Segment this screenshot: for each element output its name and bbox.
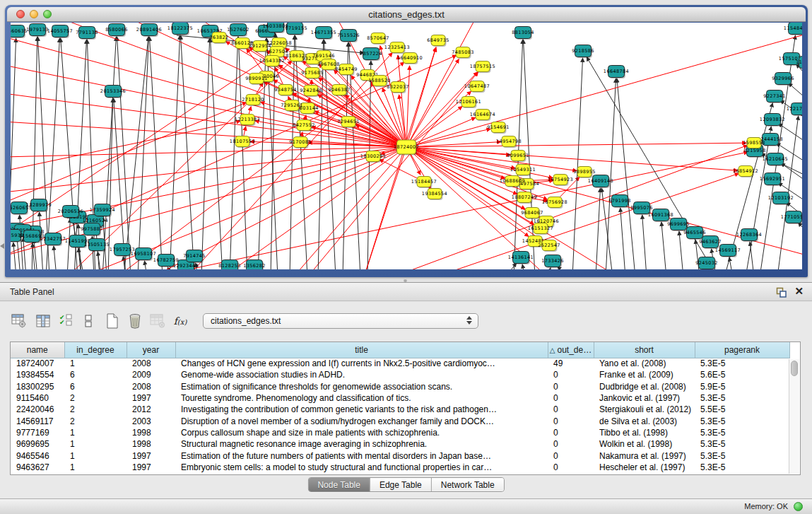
graph-node-teal[interactable]: 18122375 [167,23,193,35]
graph-node-yellow[interactable]: 9154691 [487,122,510,134]
tab-node-table[interactable]: Node Table [308,478,370,491]
table-row[interactable]: 1938455462009Genome-wide association stu… [11,369,789,380]
graph-node-yellow[interactable]: 9898955 [573,167,596,179]
memory-ok-icon[interactable] [794,502,803,511]
graph-node-teal[interactable]: 8580066 [105,24,128,37]
close-panel-icon[interactable]: ✕ [794,285,804,298]
graph-node-teal[interactable]: 8128253 [218,260,241,270]
show-columns-icon[interactable] [34,312,52,330]
graph-node-yellow[interactable]: 16754923 [548,175,573,187]
graph-node-teal[interactable]: 9218586 [572,45,594,59]
column-header-out_de[interactable]: △out_de… [548,342,594,358]
new-column-icon[interactable] [103,312,122,330]
graph-node-teal[interactable]: 1527602 [227,24,249,37]
graph-node-teal[interactable]: 16091368 [648,209,673,223]
graph-node-teal[interactable]: 12268364 [736,229,762,243]
graph-node-teal[interactable]: 2660635 [11,25,28,39]
table-cell: 5.3E-5 [695,415,789,426]
graph-node-teal[interactable]: 14136141 [508,252,534,265]
table-row[interactable]: 946554611997Estimation of the future num… [11,450,789,461]
table-row[interactable]: 977716911998Corpus callosum shape and si… [11,427,789,438]
graph-node-label: 9154691 [487,124,510,130]
graph-node-yellow[interactable]: 12213383 [235,115,260,127]
row-height-icon[interactable] [79,312,98,330]
graph-node-teal[interactable]: 14055757 [47,25,73,39]
function-builder-icon[interactable]: f(x) [171,312,189,330]
table-row[interactable]: 2242004622012Investigating the contribut… [11,404,789,415]
graph-node-label: 20153346 [100,88,126,94]
graph-node-yellow[interactable]: 16164674 [470,110,495,122]
graph-node-yellow[interactable]: 19384554 [422,189,447,201]
table-row[interactable]: 1830029562008Estimation of significance … [11,381,789,392]
graph-node-yellow[interactable]: 16640910 [397,53,423,65]
window-titlebar[interactable]: citations_edges.txt [7,7,806,22]
graph-node-teal[interactable]: 1356282 [243,260,266,270]
graph-node-teal[interactable]: 1979133 [26,24,49,37]
graph-node-teal[interactable]: 14671355 [311,27,336,40]
graph-node-teal[interactable]: 8813054 [512,27,534,40]
graph-node-teal[interactable]: 17710554 [781,211,802,225]
graph-node-yellow[interactable]: 12325413 [384,42,410,54]
graph-node-teal[interactable]: 16648784 [604,66,629,79]
table-row[interactable]: 1456911722003Disruption of a novel membe… [11,415,789,426]
graph-node-teal[interactable]: 7515526 [337,30,360,43]
graph-node-yellow[interactable]: 6849735 [427,35,449,47]
table-scrollbar[interactable] [789,359,799,474]
delete-column-icon[interactable] [126,312,144,330]
graph-node-teal[interactable]: 11548408 [784,23,802,35]
tab-network-table[interactable]: Network Table [431,478,504,491]
table-mode-icon[interactable] [10,312,28,330]
graph-node-teal[interactable]: 9245032 [695,257,718,270]
graph-node-teal[interactable]: 9227341 [763,90,786,104]
table-cell: 9463627 [11,462,64,473]
table-row[interactable]: 946362711997Embryonic stem cells: a mode… [11,462,789,473]
network-canvas[interactable]: 2660635197913314055757779113885800662089… [11,23,802,269]
graph-node-yellow[interactable]: 12106161 [456,97,481,109]
table-cell: 5.3E-5 [695,392,789,404]
graph-node-teal[interactable]: 12217987 [787,103,802,117]
graph-node-yellow[interactable]: 2718120 [242,95,264,107]
graph-node-yellow[interactable]: 9175685 [301,68,324,80]
table-cell: 5.3E-5 [695,438,789,450]
table-cell: 22420046 [11,404,64,415]
graph-node-yellow[interactable]: 8570647 [367,33,389,45]
graph-node-yellow[interactable]: 8427552 [293,120,315,132]
graph-node-teal[interactable]: 20153346 [100,86,126,99]
scrollbar-thumb[interactable] [791,361,798,376]
column-header-title[interactable]: title [175,342,548,358]
column-header-short[interactable]: short [594,342,695,358]
graph-node-yellow[interactable]: 18757515 [470,62,495,74]
graph-node-yellow[interactable]: 10647487 [464,81,490,93]
graph-node-yellow[interactable]: 8099651 [507,151,529,163]
table-row[interactable]: 1872400712008Changes of HCN gene express… [11,358,789,369]
table-row[interactable]: 911546021997Tourette syndrome. Phenomeno… [11,392,789,404]
table-selector-dropdown[interactable]: citations_edges.txt [203,313,478,329]
column-header-in_degree[interactable]: in_degree [64,342,126,358]
graph-node-teal[interactable]: 20891406 [136,24,162,37]
graph-node-teal[interactable]: 7791138 [76,27,98,40]
tab-edge-table[interactable]: Edge Table [370,478,431,491]
graph-node-teal[interactable]: 7857224 [360,48,382,62]
graph-node-teal[interactable]: 12093832 [760,114,785,127]
column-header-year[interactable]: year [126,342,175,358]
graph-node-teal[interactable]: 15692951 [760,173,785,187]
table-cell: 5.3E-5 [695,427,789,438]
float-panel-icon[interactable] [776,287,787,298]
column-header-pagerank[interactable]: pagerank [695,342,789,358]
table-cell: 49 [548,358,594,369]
table-cell: 0 [548,381,594,392]
import-table-icon[interactable] [148,312,167,330]
graph-node-yellow[interactable]: 10549311 [510,165,536,177]
node-table-grid[interactable]: namein_degreeyeartitle△out_de…shortpager… [11,342,790,473]
graph-node-teal[interactable]: 9329966 [772,73,794,86]
graph-node-teal[interactable]: 1733426 [541,255,564,269]
table-row[interactable]: 969969511998Structural magnetic resonanc… [11,438,789,450]
graph-node-yellow[interactable]: 763822 [209,33,228,45]
graph-node-yellow[interactable]: 15184457 [411,177,437,189]
graph-node-yellow[interactable]: 18724007 [394,140,419,156]
column-check-icon[interactable]: ✔✔ [57,312,75,330]
column-header-name[interactable]: name [11,342,64,358]
graph-node-teal[interactable]: 20206536 [58,206,83,219]
graph-node-teal[interactable]: 6791998 [608,195,631,209]
collapse-left-panel-icon[interactable] [0,243,4,249]
